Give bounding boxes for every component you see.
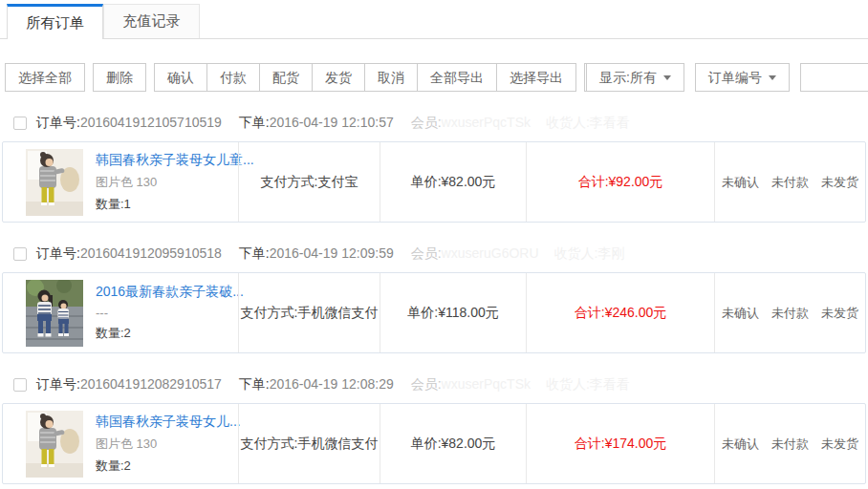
status-unconfirmed: 未确认	[722, 436, 759, 453]
product-info: 2016最新春款亲子装破... --- 数量:2	[96, 284, 238, 342]
export-all-button[interactable]: 全部导出	[417, 63, 497, 92]
unit-price-cell: 单价:¥82.00元	[380, 404, 526, 483]
order-header: 订单号:2016041912082910517 下单:2016-04-19 12…	[2, 372, 866, 397]
order-no-label: 订单号:	[36, 115, 80, 130]
order-no-filter-dropdown[interactable]: 订单编号	[695, 63, 790, 92]
product-photo[interactable]	[26, 149, 83, 216]
placed-value: 2016-04-19 12:10:57	[270, 115, 394, 130]
unit-price-cell: 单价:¥118.00元	[380, 273, 526, 352]
member-label: 会员:	[411, 376, 442, 392]
tab-bar: 所有订单 充值记录	[0, 0, 868, 39]
member-value: wxuseruG6ORU	[442, 245, 539, 261]
status-cell: 未确认 未付款 未发货	[714, 142, 865, 222]
product-cell: 2016最新春款亲子装破... --- 数量:2	[3, 273, 238, 352]
toolbar: 选择全部 删除 确认 付款 配货 发货 取消 全部导出 选择导出 显示帮助 显示…	[0, 63, 868, 92]
consignee-value: 收货人:李看看	[546, 376, 630, 392]
search-input[interactable]	[800, 63, 868, 92]
order-item: 订单号:2016041912095910518 下单:2016-04-19 12…	[2, 242, 866, 353]
order-no-value: 2016041912095910518	[80, 245, 222, 261]
product-color: ---	[96, 306, 238, 320]
product-quantity: 数量:2	[96, 325, 238, 342]
product-cell: 韩国春秋亲子装母女儿... 图片色 130 数量:2	[3, 404, 238, 483]
status-unshipped: 未发货	[821, 174, 858, 191]
chevron-down-icon	[769, 75, 776, 80]
status-unpaid: 未付款	[771, 305, 809, 322]
order-no-value: 2016041912082910517	[80, 376, 222, 392]
order-no-label: 订单号:	[36, 376, 80, 392]
pay-button[interactable]: 付款	[206, 63, 260, 92]
member-label: 会员:	[411, 115, 442, 130]
payment-method-cell: 支付方式:支付宝	[238, 142, 380, 222]
status-cell: 未确认 未付款 未发货	[714, 273, 865, 352]
order-no-filter-label: 订单编号	[708, 64, 762, 91]
order-no-value: 2016041912105710519	[80, 115, 222, 130]
tab-all-orders[interactable]: 所有订单	[7, 4, 103, 39]
display-filter-label: 显示:所有	[599, 64, 657, 91]
product-photo-mom-daughter	[26, 280, 83, 347]
status-unshipped: 未发货	[821, 436, 858, 453]
payment-method-cell: 支付方式:手机微信支付	[238, 273, 380, 352]
product-quantity: 数量:2	[96, 457, 238, 475]
status-unpaid: 未付款	[771, 174, 809, 191]
total-price-cell: 合计:¥246.00元	[526, 273, 714, 352]
consignee-value: 收货人:李看看	[546, 115, 630, 130]
chevron-down-icon	[663, 75, 671, 80]
order-checkbox[interactable]	[13, 378, 27, 392]
total-price-cell: 合计:¥174.00元	[526, 404, 714, 483]
order-actions-group: 确认 付款 配货 发货 取消 全部导出 选择导出	[154, 63, 576, 92]
confirm-button[interactable]: 确认	[154, 63, 207, 92]
order-item: 订单号:2016041912105710519 下单:2016-04-19 12…	[2, 111, 866, 223]
product-title-link[interactable]: 2016最新春款亲子装破...	[96, 284, 238, 301]
placed-label: 下单:	[239, 376, 270, 392]
product-cell: 韩国春秋亲子装母女儿童... 图片色 130 数量:1	[3, 142, 238, 222]
status-unconfirmed: 未确认	[722, 305, 759, 322]
total-price-cell: 合计:¥92.00元	[526, 142, 714, 222]
order-row: 韩国春秋亲子装母女儿童... 图片色 130 数量:1 支付方式:支付宝 单价:…	[2, 141, 866, 223]
status-unshipped: 未发货	[821, 305, 858, 322]
delete-button[interactable]: 删除	[93, 63, 146, 92]
product-title-link[interactable]: 韩国春秋亲子装母女儿童...	[96, 152, 238, 169]
placed-label: 下单:	[239, 245, 270, 261]
order-item: 订单号:2016041912082910517 下单:2016-04-19 12…	[2, 372, 866, 484]
product-photo-girl	[26, 149, 83, 216]
placed-value: 2016-04-19 12:09:59	[270, 245, 394, 261]
order-checkbox[interactable]	[13, 247, 27, 261]
product-info: 韩国春秋亲子装母女儿童... 图片色 130 数量:1	[96, 152, 238, 213]
tab-recharge-records[interactable]: 充值记录	[103, 4, 200, 38]
cancel-button[interactable]: 取消	[364, 63, 418, 92]
order-header: 订单号:2016041912105710519 下单:2016-04-19 12…	[2, 111, 866, 136]
product-photo[interactable]	[26, 411, 83, 478]
product-color: 图片色 130	[96, 174, 238, 191]
product-quantity: 数量:1	[96, 196, 238, 213]
product-photo-girl	[26, 411, 83, 478]
placed-value: 2016-04-19 12:08:29	[270, 376, 394, 392]
order-row: 2016最新春款亲子装破... --- 数量:2 支付方式:手机微信支付 单价:…	[2, 272, 866, 353]
consignee-value: 收货人:李刚	[554, 245, 625, 261]
order-no-label: 订单号:	[36, 245, 80, 261]
order-checkbox[interactable]	[13, 117, 27, 130]
select-all-button[interactable]: 选择全部	[5, 63, 85, 92]
product-photo[interactable]	[26, 280, 83, 347]
export-selected-button[interactable]: 选择导出	[496, 63, 576, 92]
member-value: wxuserPqcTSk	[442, 115, 531, 130]
status-unconfirmed: 未确认	[722, 174, 759, 191]
member-value: wxuserPqcTSk	[442, 376, 531, 392]
product-info: 韩国春秋亲子装母女儿... 图片色 130 数量:2	[96, 414, 238, 475]
status-unpaid: 未付款	[771, 436, 809, 453]
display-filter-dropdown[interactable]: 显示:所有	[586, 63, 684, 92]
order-row: 韩国春秋亲子装母女儿... 图片色 130 数量:2 支付方式:手机微信支付 单…	[2, 403, 866, 484]
toolbar-right: 显示:所有 订单编号	[586, 63, 868, 92]
order-list: 订单号:2016041912105710519 下单:2016-04-19 12…	[0, 111, 868, 484]
order-header: 订单号:2016041912095910518 下单:2016-04-19 12…	[2, 242, 866, 266]
ship-button[interactable]: 发货	[312, 63, 365, 92]
product-color: 图片色 130	[96, 436, 238, 453]
placed-label: 下单:	[239, 115, 270, 130]
product-title-link[interactable]: 韩国春秋亲子装母女儿...	[96, 414, 238, 431]
member-label: 会员:	[411, 245, 442, 261]
status-cell: 未确认 未付款 未发货	[714, 404, 865, 483]
unit-price-cell: 单价:¥82.00元	[380, 142, 526, 222]
payment-method-cell: 支付方式:手机微信支付	[238, 404, 380, 483]
allocate-button[interactable]: 配货	[259, 63, 313, 92]
